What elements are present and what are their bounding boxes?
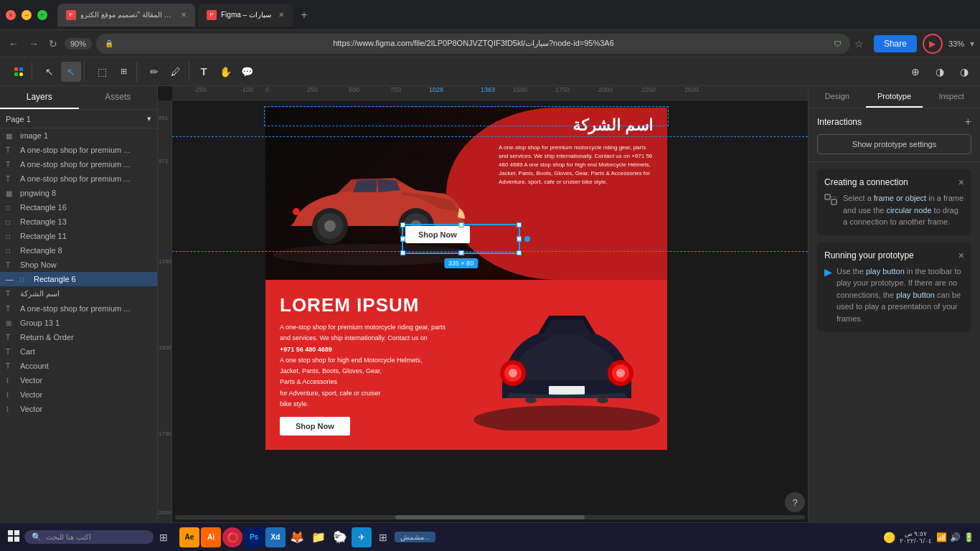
svg-rect-28 bbox=[8, 537, 13, 542]
windows-start-button[interactable] bbox=[6, 528, 22, 546]
layer-rect13[interactable]: □ Rectangle 13 bbox=[0, 215, 157, 229]
taskbar-app-ai[interactable]: Ai bbox=[201, 527, 221, 547]
handle-tm bbox=[458, 222, 463, 227]
page-selector[interactable]: Page 1 ▾ bbox=[0, 110, 157, 128]
layer-name: A one-stop shop for premium ... bbox=[20, 160, 151, 169]
add-interaction-button[interactable]: + bbox=[965, 116, 971, 128]
taskbar-app-xd[interactable]: Xd bbox=[265, 527, 286, 547]
volume-icon[interactable]: 🔊 bbox=[950, 532, 961, 542]
close-btn[interactable]: × bbox=[6, 10, 16, 20]
select-tool[interactable]: ↖ bbox=[61, 62, 81, 82]
layer-shopnow[interactable]: T Shop Now bbox=[0, 258, 157, 272]
creating-connection-card: Creating a connection × Select a frame o… bbox=[817, 169, 971, 235]
canvas-area[interactable]: -250 -100 0 250 500 750 1028 1363 1500 1… bbox=[158, 86, 808, 522]
move-tool[interactable]: ↖ bbox=[39, 62, 60, 82]
show-prototype-settings-button[interactable]: Show prototype settings bbox=[817, 134, 971, 154]
creating-connection-title: Creating a connection × bbox=[824, 176, 964, 188]
layer-rect11[interactable]: □ Rectangle 11 bbox=[0, 229, 157, 243]
layer-rect8[interactable]: □ Rectangle 8 bbox=[0, 243, 157, 258]
layer-name: Vector bbox=[20, 405, 151, 413]
taskbar-app-files[interactable]: 📁 bbox=[308, 527, 329, 547]
running-prototype-card: Running your prototype × ▶ Use the play … bbox=[817, 242, 971, 332]
pen-tool[interactable]: ✏ bbox=[144, 62, 164, 82]
forward-button[interactable]: → bbox=[26, 35, 42, 52]
tab-close-2[interactable]: ✕ bbox=[278, 11, 284, 19]
taskbar-app-figma[interactable]: ⭕ bbox=[222, 527, 242, 547]
tab-design[interactable]: Design bbox=[809, 86, 866, 108]
layer-rect6[interactable]: — □ Rectangle 6 bbox=[0, 272, 157, 286]
task-view-button[interactable]: ⊞ bbox=[156, 529, 171, 546]
layer-rect16[interactable]: □ Rectangle 16 bbox=[0, 200, 157, 215]
layer-text1[interactable]: T A one-stop shop for premium ... bbox=[0, 143, 157, 157]
creating-connection-close[interactable]: × bbox=[958, 176, 964, 188]
figma-menu-button[interactable] bbox=[9, 62, 29, 82]
help-button[interactable]: ? bbox=[785, 492, 805, 512]
running-prototype-close[interactable]: × bbox=[958, 250, 964, 261]
layer-image1[interactable]: ▦ image 1 bbox=[0, 128, 157, 143]
layer-text-aone[interactable]: T A one-stop shop for premium ... bbox=[0, 301, 157, 316]
lower-section: LOREM IPSUM A one-stop shop for premium … bbox=[265, 280, 667, 450]
tab-1[interactable]: F تحرير المقالة "تصميم موقع الكترو... ✕ bbox=[57, 4, 195, 27]
svg-rect-25 bbox=[831, 199, 837, 204]
layer-text2[interactable]: T A one-stop shop for premium ... bbox=[0, 157, 157, 171]
layer-text3[interactable]: T A one-stop shop for premium ... bbox=[0, 171, 157, 186]
brush-tool[interactable]: 🖊 bbox=[166, 62, 186, 82]
creating-connection-body: Select a frame or object in a frame and … bbox=[824, 192, 964, 228]
layer-name: Account bbox=[20, 362, 151, 370]
taskbar-app-firefox[interactable]: 🦊 bbox=[287, 527, 307, 547]
tab-favicon-1: F bbox=[66, 10, 76, 20]
component-tool[interactable]: ⊕ bbox=[905, 62, 925, 82]
new-tab-button[interactable]: + bbox=[296, 6, 313, 24]
zoom-badge[interactable]: 90% bbox=[65, 38, 92, 50]
tab-prototype[interactable]: Prototype bbox=[866, 86, 923, 108]
layer-cart[interactable]: T Cart bbox=[0, 344, 157, 359]
taskbar-app-grid[interactable]: ⊞ bbox=[373, 527, 393, 547]
share-button[interactable]: Share bbox=[874, 35, 917, 52]
text-icon: T bbox=[6, 175, 16, 183]
taskbar-app-sheep[interactable]: 🐑 bbox=[330, 527, 350, 547]
layer-vector3[interactable]: ⌇ Vector bbox=[0, 402, 157, 416]
layer-group13[interactable]: ⊞ Group 13 1 bbox=[0, 316, 157, 330]
layer-company-name[interactable]: T اسم الشركة bbox=[0, 286, 157, 301]
layer-account[interactable]: T Account bbox=[0, 359, 157, 373]
mask-tool[interactable]: ◑ bbox=[930, 62, 950, 82]
frame-tool[interactable]: ⬚ bbox=[92, 62, 112, 82]
tab-2[interactable]: F Figma – سيارات ✕ bbox=[198, 4, 293, 27]
tab-assets[interactable]: Assets bbox=[79, 86, 158, 109]
back-button[interactable]: ← bbox=[6, 35, 22, 52]
layer-return[interactable]: T Return & Order bbox=[0, 330, 157, 344]
tab-close-1[interactable]: ✕ bbox=[181, 11, 187, 19]
maximize-btn[interactable]: + bbox=[37, 10, 47, 20]
percent-chevron[interactable]: ▾ bbox=[970, 39, 974, 49]
network-icon[interactable]: 📶 bbox=[936, 532, 947, 542]
taskbar-app-ae[interactable]: Ae bbox=[179, 527, 199, 547]
taskbar-figma-active[interactable]: مشمش... bbox=[395, 532, 435, 542]
canvas-scrollbar[interactable] bbox=[175, 515, 805, 519]
connection-dot[interactable] bbox=[524, 236, 530, 242]
hand-tool[interactable]: ✋ bbox=[215, 62, 235, 82]
battery-icon[interactable]: 🔋 bbox=[963, 532, 974, 542]
layer-vector2[interactable]: ⌇ Vector bbox=[0, 387, 157, 402]
minimize-btn[interactable]: − bbox=[22, 10, 32, 20]
text-tool[interactable]: T bbox=[194, 62, 214, 82]
layer-name: A one-stop shop for premium ... bbox=[20, 146, 151, 154]
tab-label-2: Figma – سيارات bbox=[221, 11, 271, 19]
play-prototype-button[interactable]: ▶ bbox=[923, 34, 943, 54]
browser-chrome: × − + F تحرير المقالة "تصميم موقع الكترو… bbox=[0, 0, 980, 30]
running-prototype-label: Running your prototype bbox=[824, 250, 914, 260]
running-prototype-desc: Use the play button in the toolbar to pl… bbox=[837, 265, 964, 325]
address-bar[interactable]: 🔒 https://www.figma.com/file/2ILP0P8ONJV… bbox=[96, 34, 850, 54]
bookmark-button[interactable]: ☆ bbox=[854, 38, 864, 50]
layer-pngwing8[interactable]: ▦ pngwing 8 bbox=[0, 186, 157, 200]
taskbar-search[interactable]: 🔍 اكتب هنا للبحث bbox=[24, 530, 154, 544]
shop-now-btn-lower[interactable]: Shop Now bbox=[280, 417, 350, 435]
tab-layers[interactable]: Layers bbox=[0, 86, 79, 109]
taskbar-app-telegram[interactable]: ✈ bbox=[352, 527, 372, 547]
comment-tool[interactable]: 💬 bbox=[237, 62, 257, 82]
taskbar-app-ps[interactable]: Ps bbox=[244, 527, 264, 547]
tab-inspect[interactable]: Inspect bbox=[923, 86, 980, 108]
slice-tool[interactable]: ⊞ bbox=[113, 62, 133, 82]
theme-tool[interactable]: ◑ bbox=[954, 62, 974, 82]
layer-vector1[interactable]: ⌇ Vector bbox=[0, 373, 157, 387]
refresh-button[interactable]: ↻ bbox=[46, 35, 60, 52]
